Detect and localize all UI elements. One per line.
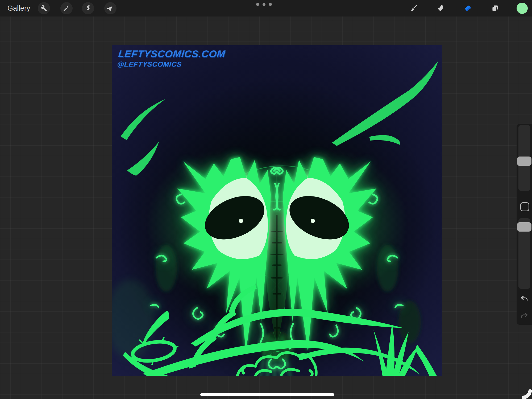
wrench-icon: [40, 5, 47, 12]
transform-button[interactable]: [104, 2, 117, 14]
paint-tool-button[interactable]: [408, 2, 420, 14]
erase-tool-button[interactable]: [462, 2, 474, 14]
smudge-tool-button[interactable]: [435, 2, 447, 14]
modify-button[interactable]: [520, 202, 529, 211]
redo-icon: [520, 312, 529, 320]
undo-button[interactable]: [520, 295, 529, 303]
top-toolbar: Gallery: [0, 0, 532, 17]
layers-button[interactable]: [489, 2, 501, 14]
color-swatch: [516, 2, 528, 14]
more-options-button[interactable]: [256, 3, 272, 6]
magic-wand-icon: [63, 5, 70, 12]
smudge-icon: [437, 4, 445, 12]
brush-size-handle[interactable]: [517, 157, 531, 166]
redo-button[interactable]: [520, 312, 529, 320]
procreate-screen: LEFTYSCOMICS.COM @LEFTYSCOMICS Gallery: [0, 0, 532, 399]
ellipsis-icon: [256, 3, 259, 6]
undo-icon: [520, 295, 529, 303]
corner-swoosh-icon: [519, 387, 532, 399]
brush-sidebar: [517, 124, 532, 325]
transform-arrow-icon: [107, 5, 114, 12]
drawing-canvas[interactable]: [112, 45, 442, 376]
artwork: [112, 45, 442, 376]
eraser-icon: [464, 4, 472, 13]
adjustments-button[interactable]: [60, 2, 73, 14]
gallery-button[interactable]: Gallery: [7, 0, 30, 17]
selection-s-icon: [85, 5, 92, 12]
actions-button[interactable]: [38, 2, 50, 14]
home-indicator[interactable]: [200, 393, 334, 396]
color-button[interactable]: [516, 2, 528, 14]
opacity-handle[interactable]: [517, 222, 531, 232]
brush-icon: [410, 4, 418, 12]
layers-icon: [491, 4, 499, 12]
selection-button[interactable]: [82, 2, 94, 14]
